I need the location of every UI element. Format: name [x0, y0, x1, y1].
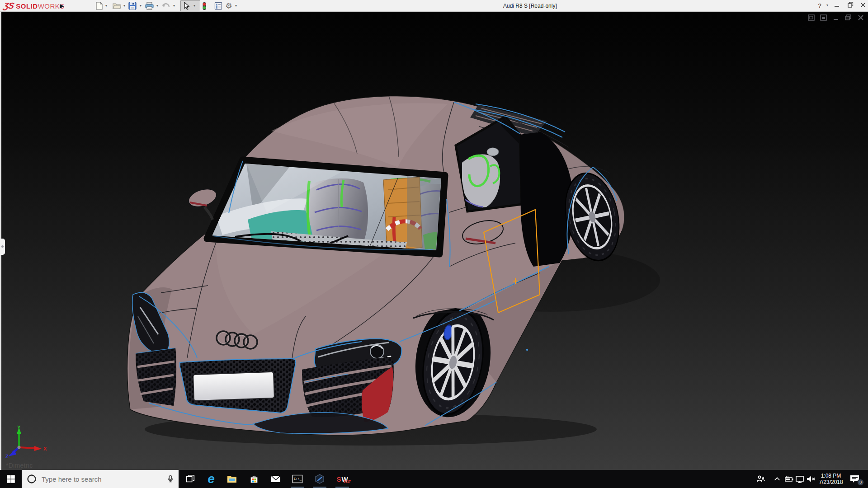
taskbar-clock[interactable]: 1:08 PM 7/23/2018: [816, 470, 845, 488]
triad-y-label: Y: [17, 425, 21, 430]
chevron-up-icon: [772, 474, 782, 484]
open-dropdown[interactable]: ▾: [123, 4, 127, 8]
windows-taskbar: e C:\_ SW: [0, 470, 868, 488]
start-button[interactable]: [0, 470, 22, 488]
options-dropdown[interactable]: ▾: [235, 4, 239, 8]
select-tool-button[interactable]: [182, 1, 192, 10]
front-grille: [180, 359, 296, 413]
cortana-icon: [26, 474, 37, 484]
command-prompt-icon: C:\_: [292, 474, 303, 483]
doc-close-button[interactable]: [857, 14, 866, 22]
help-button[interactable]: ?: [814, 2, 826, 10]
edge-button[interactable]: e: [201, 470, 222, 488]
open-button[interactable]: [112, 1, 122, 10]
sw-running-indicator: [335, 487, 349, 488]
file-explorer-icon: [226, 474, 237, 484]
file-properties-button[interactable]: [213, 1, 223, 10]
clock-date: 7/23/2018: [816, 479, 845, 485]
sw-year-badge: 2017: [344, 480, 351, 483]
task-view-button[interactable]: [180, 470, 201, 488]
command-prompt-button[interactable]: C:\_: [287, 470, 308, 488]
taskbar-search[interactable]: [22, 470, 179, 488]
undo-icon: [161, 2, 170, 10]
menu-flyout-arrow[interactable]: ▶: [59, 1, 65, 10]
search-input[interactable]: [42, 475, 150, 483]
volume-button[interactable]: [805, 474, 816, 484]
help-dropdown[interactable]: ▾: [826, 4, 830, 7]
tray-overflow-button[interactable]: [772, 474, 783, 484]
task-view-icon: [185, 474, 195, 484]
print-dropdown[interactable]: ▾: [156, 4, 160, 8]
save-floppy-icon: [128, 2, 137, 10]
3d-viewer-icon: [314, 474, 325, 484]
people-icon: [755, 474, 766, 484]
viewer-running-indicator: [313, 487, 326, 488]
file-explorer-button[interactable]: [222, 470, 242, 488]
rebuild-lights-button[interactable]: [199, 1, 209, 10]
store-icon: [249, 474, 259, 484]
save-button[interactable]: [127, 1, 137, 10]
print-button[interactable]: [144, 1, 154, 10]
new-document-button[interactable]: [94, 1, 104, 10]
cmd-running-indicator: [291, 487, 304, 488]
minimize-button[interactable]: [831, 2, 843, 10]
3d-viewer-button[interactable]: [309, 470, 330, 488]
feature-panel-collapsed-tab[interactable]: [0, 239, 5, 255]
edge-icon: e: [208, 473, 215, 485]
view-orientation-label: *Dimetric: [6, 462, 33, 469]
open-folder-icon: [113, 2, 121, 10]
volume-muted-icon: [805, 474, 816, 484]
windshield: [207, 160, 454, 258]
file-properties-icon: [214, 2, 222, 10]
window-title: Audi R8 S [Read-only]: [503, 3, 557, 9]
ds-3s-icon: ƷS: [3, 1, 15, 11]
select-dropdown[interactable]: ▾: [193, 4, 197, 8]
close-button[interactable]: [857, 2, 868, 10]
solidworks-logo: ƷS SOLID WORKS: [4, 1, 65, 11]
undo-button[interactable]: [161, 1, 171, 10]
license-plate: [193, 372, 274, 401]
title-bar: ƷS SOLID WORKS ▶ ▾ ▾ ▾: [0, 0, 868, 12]
mail-button[interactable]: [265, 470, 286, 488]
solidworks-taskbar-button[interactable]: SW 2017: [332, 470, 353, 488]
windows-logo-icon: [6, 474, 15, 483]
new-dropdown[interactable]: ▾: [105, 4, 109, 8]
mail-icon: [270, 474, 281, 483]
notification-count-badge: 3: [857, 479, 864, 486]
doc-restore-button[interactable]: [844, 14, 854, 22]
traffic-light-icon: [202, 2, 207, 10]
clock-time: 1:08 PM: [816, 473, 845, 479]
undo-dropdown[interactable]: ▾: [173, 4, 177, 8]
microphone-icon[interactable]: [165, 474, 175, 484]
doc-minimize-button[interactable]: [832, 14, 841, 22]
restore-button[interactable]: [844, 2, 856, 10]
restore-icon: [848, 2, 854, 8]
doc-close-icon: [857, 14, 864, 21]
new-window-icon: [807, 14, 816, 21]
mirror-left: [186, 186, 219, 220]
print-icon: [145, 2, 154, 10]
select-cursor-icon: [183, 2, 190, 10]
close-icon: [860, 2, 866, 8]
cmd-prompt-text: C:\_: [294, 477, 302, 481]
graphics-area[interactable]: [0, 12, 868, 470]
save-dropdown[interactable]: ▾: [140, 4, 143, 8]
doc-tile-button[interactable]: [820, 14, 829, 22]
model-canvas: [0, 12, 868, 470]
orientation-triad: Y X Z: [3, 424, 52, 464]
network-button[interactable]: [794, 474, 805, 484]
people-button[interactable]: [755, 474, 766, 484]
doc-new-window-button[interactable]: [807, 14, 816, 22]
doc-minimize-icon: [832, 14, 840, 21]
store-button[interactable]: [244, 470, 264, 488]
battery-charging-icon: [783, 474, 794, 484]
battery-button[interactable]: [783, 474, 794, 484]
minimize-icon: [834, 2, 840, 8]
doc-restore-icon: [844, 14, 852, 21]
panel-tab-grip-icon: [1, 245, 4, 248]
tile-window-icon: [820, 14, 828, 21]
triad-z-label: Z: [5, 454, 9, 459]
options-button[interactable]: ⚙: [224, 1, 234, 10]
stray-vertex-point: [526, 349, 528, 351]
new-document-icon: [95, 2, 103, 10]
